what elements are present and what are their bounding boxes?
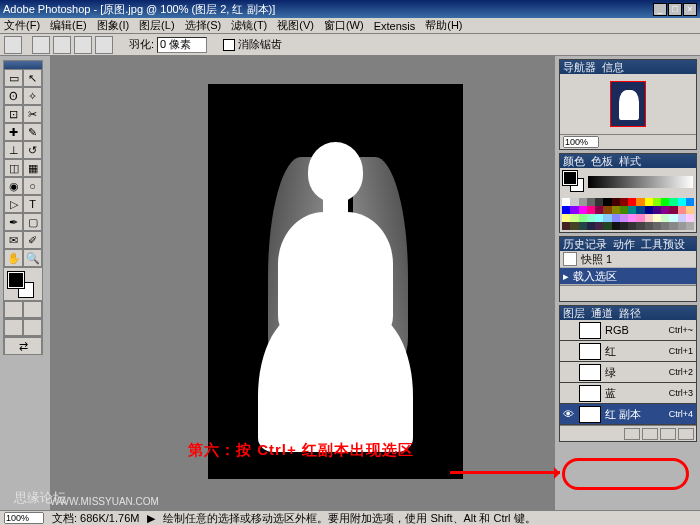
eyedropper-icon[interactable]: ✐ <box>23 231 42 249</box>
swatch-cell[interactable] <box>579 222 587 230</box>
swatch-cell[interactable] <box>669 198 677 206</box>
minimize-button[interactable]: _ <box>653 3 667 16</box>
swatch-cell[interactable] <box>570 198 578 206</box>
quickmask-mode-icon[interactable] <box>23 301 42 318</box>
tab-info[interactable]: 信息 <box>602 60 624 75</box>
swatch-cell[interactable] <box>587 198 595 206</box>
swatch-cell[interactable] <box>603 198 611 206</box>
swatch-cell[interactable] <box>686 214 694 222</box>
swatch-cell[interactable] <box>612 206 620 214</box>
swatch-cell[interactable] <box>612 222 620 230</box>
tab-toolpresets[interactable]: 工具预设 <box>641 237 685 252</box>
visibility-icon[interactable]: 👁 <box>563 408 575 420</box>
tab-layers[interactable]: 图层 <box>563 306 585 321</box>
channel-row[interactable]: 👁红 副本Ctrl+4 <box>560 404 696 425</box>
swatch-cell[interactable] <box>595 198 603 206</box>
blur-tool-icon[interactable]: ◉ <box>4 177 23 195</box>
swatch-cell[interactable] <box>587 214 595 222</box>
swatch-cell[interactable] <box>562 222 570 230</box>
swatch-cell[interactable] <box>562 214 570 222</box>
menu-help[interactable]: 帮助(H) <box>425 18 462 33</box>
channel-thumbnail[interactable] <box>579 406 601 423</box>
swatch-cell[interactable] <box>636 222 644 230</box>
swatch-cell[interactable] <box>686 206 694 214</box>
selection-intersect-icon[interactable] <box>95 36 113 54</box>
swatch-cell[interactable] <box>686 198 694 206</box>
menu-select[interactable]: 选择(S) <box>185 18 222 33</box>
swatch-cell[interactable] <box>636 198 644 206</box>
swatch-cell[interactable] <box>669 206 677 214</box>
swatch-cell[interactable] <box>636 206 644 214</box>
lasso-tool-icon[interactable] <box>4 36 22 54</box>
save-selection-icon[interactable] <box>642 428 658 440</box>
zoom-tool-icon[interactable]: 🔍 <box>23 249 42 267</box>
shape-tool-icon[interactable]: ▢ <box>23 213 42 231</box>
swatch-cell[interactable] <box>603 222 611 230</box>
screen-mode-1-icon[interactable] <box>4 319 23 336</box>
lasso-tool-icon[interactable]: ʘ <box>4 87 23 105</box>
swatch-cell[interactable] <box>686 222 694 230</box>
swatch-cell[interactable] <box>620 206 628 214</box>
new-channel-icon[interactable] <box>660 428 676 440</box>
swatch-cell[interactable] <box>678 222 686 230</box>
crop-tool-icon[interactable]: ⊡ <box>4 105 23 123</box>
history-snapshot-row[interactable]: 快照 1 <box>560 251 696 268</box>
swatch-cell[interactable] <box>653 206 661 214</box>
brush-tool-icon[interactable]: ✎ <box>23 123 42 141</box>
swatch-cell[interactable] <box>570 222 578 230</box>
menu-extensis[interactable]: Extensis <box>374 20 416 32</box>
swatch-cell[interactable] <box>661 206 669 214</box>
channel-thumbnail[interactable] <box>579 364 601 381</box>
gradient-tool-icon[interactable]: ▦ <box>23 159 42 177</box>
notes-tool-icon[interactable]: ✉ <box>4 231 23 249</box>
swatch-cell[interactable] <box>628 214 636 222</box>
delete-channel-icon[interactable] <box>678 428 694 440</box>
swatch-cell[interactable] <box>587 222 595 230</box>
swatch-cell[interactable] <box>570 206 578 214</box>
swatch-cell[interactable] <box>562 206 570 214</box>
channel-row[interactable]: 绿Ctrl+2 <box>560 362 696 383</box>
swatch-cell[interactable] <box>645 222 653 230</box>
maximize-button[interactable]: □ <box>668 3 682 16</box>
panel-fg-swatch[interactable] <box>563 171 577 185</box>
swatch-cell[interactable] <box>579 198 587 206</box>
channel-thumbnail[interactable] <box>579 322 601 339</box>
tab-styles[interactable]: 样式 <box>619 154 641 169</box>
menu-edit[interactable]: 编辑(E) <box>50 18 87 33</box>
load-selection-icon[interactable] <box>624 428 640 440</box>
swatch-grid[interactable] <box>562 198 694 230</box>
navigator-thumbnail[interactable] <box>610 81 646 127</box>
menu-filter[interactable]: 滤镜(T) <box>231 18 267 33</box>
hand-tool-icon[interactable]: ✋ <box>4 249 23 267</box>
channel-row[interactable]: RGBCtrl+~ <box>560 320 696 341</box>
channel-thumbnail[interactable] <box>579 385 601 402</box>
swatch-cell[interactable] <box>669 222 677 230</box>
swatch-cell[interactable] <box>603 206 611 214</box>
dodge-tool-icon[interactable]: ○ <box>23 177 42 195</box>
swatch-cell[interactable] <box>595 206 603 214</box>
tab-history[interactable]: 历史记录 <box>563 237 607 252</box>
swatch-cell[interactable] <box>645 214 653 222</box>
swatch-cell[interactable] <box>661 214 669 222</box>
swatch-cell[interactable] <box>678 214 686 222</box>
swatch-cell[interactable] <box>678 198 686 206</box>
status-zoom-input[interactable] <box>4 512 44 524</box>
visibility-icon[interactable] <box>563 324 575 336</box>
swatch-cell[interactable] <box>653 222 661 230</box>
swatch-cell[interactable] <box>612 214 620 222</box>
visibility-icon[interactable] <box>563 387 575 399</box>
swatch-cell[interactable] <box>570 214 578 222</box>
history-brush-icon[interactable]: ↺ <box>23 141 42 159</box>
channel-thumbnail[interactable] <box>579 343 601 360</box>
swatch-cell[interactable] <box>653 214 661 222</box>
menu-layer[interactable]: 图层(L) <box>139 18 174 33</box>
selection-new-icon[interactable] <box>32 36 50 54</box>
pen-tool-icon[interactable]: ✒ <box>4 213 23 231</box>
menu-file[interactable]: 文件(F) <box>4 18 40 33</box>
swatch-cell[interactable] <box>612 198 620 206</box>
swatch-cell[interactable] <box>603 214 611 222</box>
stamp-tool-icon[interactable]: ⊥ <box>4 141 23 159</box>
swatch-cell[interactable] <box>579 206 587 214</box>
tab-paths[interactable]: 路径 <box>619 306 641 321</box>
tab-actions[interactable]: 动作 <box>613 237 635 252</box>
